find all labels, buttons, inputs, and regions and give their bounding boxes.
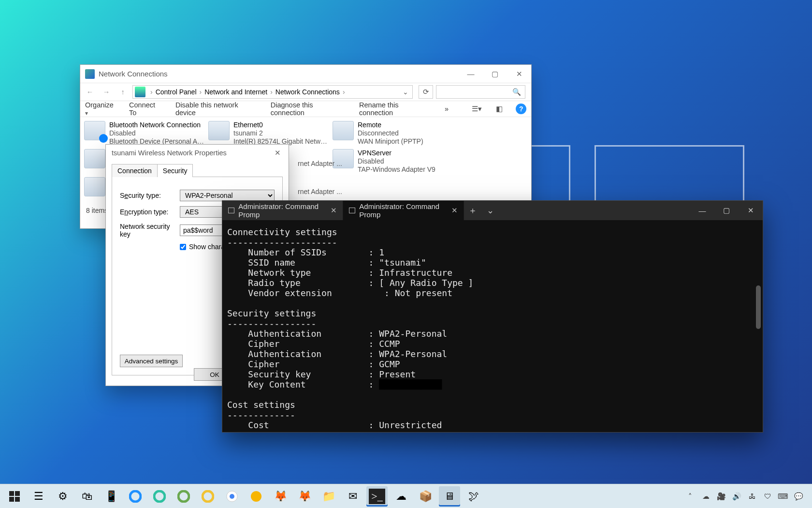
virtualbox-icon[interactable]: 📦 <box>415 486 436 507</box>
terminal-scrollbar[interactable] <box>756 225 761 426</box>
connection-obscured[interactable] <box>84 149 107 168</box>
chrome-canary-icon[interactable] <box>246 486 267 507</box>
firefox-icon[interactable]: 🦊 <box>270 486 291 507</box>
terminal-taskbar-icon[interactable]: >_ <box>366 486 388 507</box>
path-icon <box>135 87 145 97</box>
status-bar-count: 8 items <box>86 207 108 214</box>
connection-vpnserver[interactable]: VPNServer Disabled TAP-Windows Adapter V… <box>333 149 456 174</box>
close-tab-icon[interactable]: ✕ <box>326 206 337 215</box>
rename-button[interactable]: Rename this connection <box>359 101 433 117</box>
conn-device-truncated: rnet Adapter ... <box>298 160 342 167</box>
security-type-select[interactable]: WPA2-Personal <box>180 190 275 201</box>
app-icon[interactable]: 🕊 <box>463 486 484 507</box>
connection-ethernet0[interactable]: Ethernet0 tsunami 2 Intel(R) 82574L Giga… <box>208 121 332 146</box>
close-button[interactable]: ✕ <box>266 145 289 161</box>
conn-device-truncated: rnet Adapter ... <box>298 188 342 195</box>
conn-name: VPNServer <box>358 149 435 157</box>
notification-center-icon[interactable]: 💬 <box>794 492 803 501</box>
terminal-output[interactable]: Connectivity settings ------------------… <box>222 220 763 437</box>
close-tab-icon[interactable]: ✕ <box>447 206 458 215</box>
settings-icon[interactable]: ⚙ <box>52 486 73 507</box>
maximize-button[interactable]: ▢ <box>483 65 507 83</box>
search-input[interactable]: 🔍 <box>436 85 525 99</box>
svg-point-10 <box>251 491 261 502</box>
svg-rect-0 <box>9 491 14 496</box>
crumb-controlpanel[interactable]: Control Panel <box>156 88 197 96</box>
conn-device: WAN Miniport (PPTP) <box>358 137 423 146</box>
up-button[interactable]: ↑ <box>116 85 130 99</box>
close-button[interactable]: ✕ <box>739 201 763 220</box>
nc-titlebar[interactable]: Network Connections — ▢ ✕ <box>80 65 531 83</box>
tab-security[interactable]: Security <box>157 164 193 177</box>
minimize-button[interactable]: — <box>690 201 714 220</box>
organize-menu[interactable]: Organize <box>85 101 117 117</box>
network-tray-icon[interactable]: 🖧 <box>747 492 757 501</box>
view-options-icon[interactable]: ☰▾ <box>472 104 482 114</box>
svg-point-6 <box>178 491 189 502</box>
breadcrumb[interactable]: › Control Panel › Network and Internet ›… <box>132 85 413 99</box>
preview-pane-icon[interactable]: ◧ <box>494 104 505 114</box>
close-button[interactable]: ✕ <box>507 65 531 83</box>
terminal-tab-2[interactable]: Administrator: Command Promp ✕ <box>343 201 464 220</box>
terminal-tabbar: Administrator: Command Promp ✕ Administr… <box>222 201 763 220</box>
edge-canary-icon[interactable] <box>197 486 218 507</box>
svg-point-9 <box>230 494 234 499</box>
crumb-netinternet[interactable]: Network and Internet <box>204 88 267 96</box>
store-icon[interactable]: 🛍 <box>76 486 98 507</box>
prop-titlebar[interactable]: tsunami Wireless Network Properties ✕ <box>106 145 289 161</box>
tab-dropdown-button[interactable]: ⌄ <box>481 201 499 220</box>
start-button[interactable] <box>4 486 25 507</box>
advanced-settings-button[interactable]: Advanced settings <box>120 355 183 367</box>
tray-overflow-icon[interactable]: ˄ <box>685 492 695 501</box>
phone-icon[interactable]: 📱 <box>101 486 122 507</box>
overflow-icon[interactable]: » <box>445 105 449 113</box>
path-dropdown-icon[interactable]: ⌄ <box>399 88 412 96</box>
network-key-label: Network security key <box>120 223 180 238</box>
firefox-dev-icon[interactable]: 🦊 <box>294 486 315 507</box>
meet-now-icon[interactable]: 🎥 <box>716 492 726 501</box>
connection-bluetooth[interactable]: Bluetooth Network Connection Disabled Bl… <box>84 121 207 146</box>
terminal-tab-label: Administrator: Command Promp <box>359 202 443 219</box>
minimize-button[interactable]: — <box>459 65 483 83</box>
refresh-button[interactable]: ⟳ <box>419 85 433 99</box>
diagnose-button[interactable]: Diagnose this connection <box>271 101 348 117</box>
svg-rect-1 <box>15 491 20 496</box>
connect-to-button[interactable]: Connect To <box>129 101 164 117</box>
back-button[interactable]: ← <box>83 85 97 99</box>
prop-title: tsunami Wireless Network Properties <box>112 149 227 157</box>
security-tray-icon[interactable]: 🛡 <box>763 492 772 501</box>
mail-icon[interactable]: ✉ <box>342 486 363 507</box>
cmd-icon <box>228 208 234 213</box>
chevron-right-icon: › <box>270 88 273 96</box>
edge-beta-icon[interactable] <box>149 486 170 507</box>
explorer-icon[interactable]: 📁 <box>318 486 339 507</box>
forward-button[interactable]: → <box>100 85 113 99</box>
adapter-icon <box>84 121 105 140</box>
nc-navrow: ← → ↑ › Control Panel › Network and Inte… <box>80 83 531 101</box>
maximize-button[interactable]: ▢ <box>714 201 739 220</box>
terminal-tab-1[interactable]: Administrator: Command Promp ✕ <box>222 201 343 220</box>
onedrive-icon[interactable]: ☁ <box>391 486 412 507</box>
connection-remote[interactable]: Remote Disconnected WAN Miniport (PPTP) <box>333 121 456 146</box>
connection-obscured[interactable] <box>84 177 107 196</box>
chrome-icon[interactable] <box>221 486 243 507</box>
tab-connection[interactable]: Connection <box>112 164 158 177</box>
task-view-button[interactable]: ☰ <box>28 486 49 507</box>
help-icon[interactable]: ? <box>516 104 526 114</box>
nc-title: Network Connections <box>99 70 168 78</box>
crumb-netconnections[interactable]: Network Connections <box>276 88 340 96</box>
scrollbar-thumb[interactable] <box>756 285 761 329</box>
show-characters-box[interactable] <box>180 244 186 250</box>
adapter-icon <box>84 177 105 196</box>
conn-status: tsunami 2 <box>233 129 330 137</box>
onedrive-tray-icon[interactable]: ☁ <box>701 492 710 501</box>
edge-dev-icon[interactable] <box>173 486 194 507</box>
conn-name: Remote <box>358 121 423 129</box>
edge-icon[interactable] <box>125 486 146 507</box>
keyboard-tray-icon[interactable]: ⌨ <box>778 492 788 501</box>
disable-device-button[interactable]: Disable this network device <box>175 101 259 117</box>
new-tab-button[interactable]: ＋ <box>464 201 481 220</box>
settings-taskbar-icon[interactable]: 🖥 <box>439 486 460 507</box>
adapter-icon <box>208 121 230 140</box>
volume-icon[interactable]: 🔊 <box>732 492 741 501</box>
